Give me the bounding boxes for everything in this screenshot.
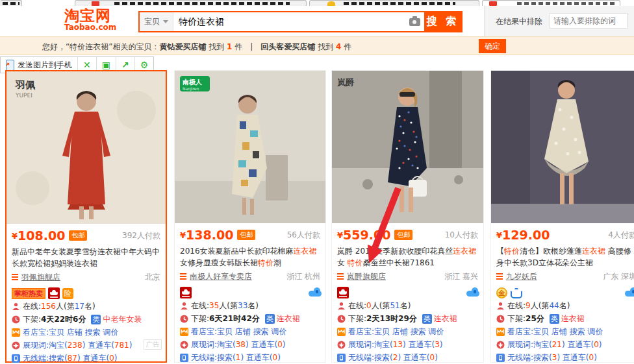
search-input[interactable] [173, 12, 405, 31]
svg-text:岚爵: 岚爵 [336, 77, 355, 87]
paid-count: 56人付款 [287, 230, 320, 241]
currency-symbol: ¥ [12, 231, 18, 241]
offshelf-stat-row: 下架:4天22时6分类中老年女装 [6, 313, 166, 326]
kandianbao-row[interactable]: 看店宝:宝贝 店铺 搜索 调价 [6, 326, 166, 339]
mobile-icon [180, 354, 188, 362]
zhanxianci-row[interactable]: 展现词:淘宝(238) 直通车(781) [6, 339, 166, 352]
price: 108.00 [18, 229, 65, 242]
kandianbao-icon [337, 328, 346, 336]
offshelf-stat-row: 下架:6天21时42分类连衣裙 [175, 313, 325, 325]
product-image[interactable] [491, 71, 634, 223]
clock-icon [337, 315, 346, 323]
gold-coin-badge: 金 [496, 287, 507, 298]
price: 559.00 [343, 228, 390, 241]
shop-link[interactable]: 岚爵旗舰店 [347, 271, 386, 282]
product-title[interactable]: 【特价清仓】欧根纱蓬蓬连衣裙 高腰修身中长款3D立体花朵公主裙 [491, 245, 634, 269]
wireless-row[interactable]: 无线端:搜索(87) 直通车(0) [6, 352, 166, 364]
zhanxianci-icon [496, 341, 505, 349]
offshelf-stat-row: 下架:2天13时29分类连衣裙 [332, 313, 483, 325]
product-card-1: 羽佩 YUPEI ¥ 108.00 包邮 392人付款 新品中老年女装夏季雪纺连… [5, 70, 167, 363]
price: 138.00 [186, 228, 233, 241]
free-shipping-badge: 包邮 [69, 230, 87, 241]
free-shipping-badge: 包邮 [394, 230, 412, 240]
currency-symbol: ¥ [180, 230, 186, 240]
notice-shop2: 回头客爱买店铺 [260, 42, 315, 51]
kandianbao-row[interactable]: 看店宝:宝贝 店铺 搜索 调价 [175, 326, 325, 338]
kandianbao-icon [180, 328, 188, 336]
zhanxianci-row[interactable]: 展现词:淘宝(21) 直通车(0) [491, 339, 634, 351]
category-badge: 类 [422, 314, 432, 324]
image-search-camera-icon[interactable] [405, 12, 424, 31]
browser-tab-active[interactable] [482, 0, 620, 6]
category-link[interactable]: 连衣裙 [434, 314, 457, 323]
page: 淘宝网 Taobao.com 宝贝 搜 索 在结果中排除 您好，“特价连衣裙”相… [0, 0, 634, 364]
exclude-zone: 在结果中排除 [484, 6, 634, 36]
shop-link[interactable]: 九岁妖后 [506, 271, 537, 282]
category-link[interactable]: 连衣裙 [561, 314, 585, 323]
insurance-badge: 险 [62, 288, 73, 299]
tab-favicon-icon [327, 1, 335, 6]
svg-text:YUPEI: YUPEI [15, 92, 32, 99]
paid-count: 10人付款 [445, 230, 478, 241]
search-category-label: 宝贝 [144, 16, 160, 27]
tab-favicon-icon [489, 1, 497, 6]
browser-tab[interactable] [309, 0, 479, 6]
online-stat-row: 在线:156人(第17名) [6, 300, 166, 313]
tmall-cat-icon [48, 287, 60, 299]
kandianbao-row[interactable]: 看店宝:宝贝 店铺 搜索 调价 [491, 326, 634, 338]
free-shipping-badge: 包邮 [237, 230, 255, 240]
person-icon [337, 302, 346, 310]
chevron-down-icon [163, 20, 168, 23]
zhanxianci-icon [180, 341, 188, 349]
tab-favicon-icon [92, 1, 99, 6]
category-badge: 类 [550, 314, 559, 324]
shop-location: 广东 深圳 [603, 271, 634, 282]
ad-label: 广告 [144, 339, 162, 350]
svg-text:羽佩: 羽佩 [15, 79, 35, 91]
category-link[interactable]: 连衣裙 [277, 314, 300, 323]
clock-icon [180, 315, 188, 323]
search-category-dropdown[interactable]: 宝贝 [140, 12, 173, 31]
gear-icon: ⚙ [140, 60, 149, 69]
browser-tab[interactable] [75, 0, 307, 6]
wireless-row[interactable]: 无线端:搜索(2) 直通车(0) [332, 352, 483, 364]
kandianbao-row[interactable]: 看店宝:宝贝 店铺 搜索 调价 [332, 326, 483, 338]
shop-list-icon [180, 273, 186, 280]
browser-tab[interactable] [0, 0, 22, 6]
paid-count: 392人付款 [122, 230, 160, 241]
cloud-icon [309, 287, 322, 297]
online-stat-row: 在线:9人(第44名) [491, 300, 634, 312]
product-title[interactable]: 2016女装夏新品中长款印花棉麻连衣裙女修身显瘦女韩版长裙特价潮 [175, 245, 325, 269]
zhanxianci-icon [12, 341, 20, 350]
svg-text:南极人: 南极人 [183, 79, 202, 86]
zhanxianci-row[interactable]: 展现词:淘宝(38) 直通车(0) [175, 339, 325, 351]
shop-link[interactable]: 羽佩旗舰店 [21, 272, 60, 283]
person-icon [12, 302, 20, 311]
product-title[interactable]: 新品中老年女装夏季雪纺连衣裙中年大码中长款宽松裙妈妈装连衣裙 [6, 246, 166, 269]
online-stat-row: 在线:35人(第33名) [175, 300, 325, 312]
product-title[interactable]: 岚爵 2017夏季新款收腰印花真丝连衣裙女 特价桑蚕丝中长裙71861 [332, 245, 483, 269]
product-image[interactable]: 南极人 NanJiren [175, 71, 325, 223]
shop-list-icon [496, 273, 503, 280]
currency-symbol: ¥ [496, 230, 502, 240]
zhanxianci-row[interactable]: 展现词:淘宝(13) 直通车(3) [332, 339, 483, 351]
shop-list-icon [337, 273, 344, 280]
wireless-row[interactable]: 无线端:搜索(3) 直通车(0) [491, 352, 634, 364]
product-card-2: 南极人 NanJiren ¥ 138.00 包邮 56人付款 2016女装夏新品… [174, 70, 326, 363]
product-image[interactable]: 岚爵 [332, 71, 483, 223]
shop-list-icon [12, 274, 18, 280]
clock-icon [12, 315, 20, 324]
product-image[interactable]: 羽佩 YUPEI [6, 71, 166, 224]
shop-link[interactable]: 南极人好享专卖店 [190, 271, 252, 282]
confirm-button[interactable]: 确定 [479, 39, 506, 53]
svg-text:NanJiren: NanJiren [183, 86, 199, 91]
mobile-icon [496, 354, 505, 362]
person-icon [496, 302, 505, 310]
search-button[interactable]: 搜 索 [424, 12, 461, 31]
exclude-input[interactable] [550, 13, 628, 29]
person-icon [180, 302, 188, 310]
cloud-icon [466, 287, 479, 297]
category-link[interactable]: 中老年女装 [103, 315, 142, 324]
taobao-logo[interactable]: 淘宝网 Taobao.com [64, 8, 123, 32]
wireless-row[interactable]: 无线端:搜索(1) 直通车(0) [175, 352, 325, 364]
